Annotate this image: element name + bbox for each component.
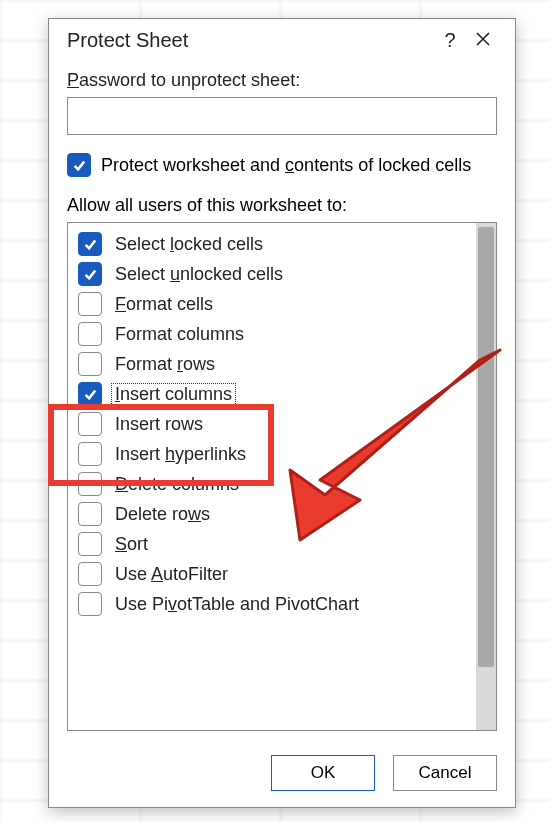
permission-label: Insert columns bbox=[112, 384, 235, 405]
permission-label-pre: Insert bbox=[115, 444, 165, 464]
permission-label-accel: h bbox=[165, 444, 175, 464]
dialog-button-row: OK Cancel bbox=[49, 741, 515, 807]
scrollbar-thumb[interactable] bbox=[478, 227, 494, 667]
permission-label-post: nsert columns bbox=[120, 384, 232, 404]
permission-row[interactable]: Insert rows bbox=[76, 409, 470, 439]
permission-row[interactable]: Format cells bbox=[76, 289, 470, 319]
permission-checkbox[interactable] bbox=[78, 382, 102, 406]
password-label-post: assword to unprotect sheet: bbox=[79, 70, 300, 90]
checkmark-icon bbox=[72, 158, 86, 172]
permissions-scrollbar[interactable] bbox=[476, 223, 496, 730]
permission-label-post: elete columns bbox=[128, 474, 239, 494]
permission-label-post: ocked cells bbox=[174, 234, 263, 254]
permission-label-post: yperlinks bbox=[175, 444, 246, 464]
checkmark-icon bbox=[83, 267, 97, 281]
permission-checkbox[interactable] bbox=[78, 562, 102, 586]
permission-row[interactable]: Use PivotTable and PivotChart bbox=[76, 589, 470, 619]
permission-label-pre: Delete ro bbox=[115, 504, 188, 524]
permission-row[interactable]: Select locked cells bbox=[76, 229, 470, 259]
permission-label-pre: Use bbox=[115, 564, 151, 584]
permission-row[interactable]: Insert hyperlinks bbox=[76, 439, 470, 469]
permission-label: Use PivotTable and PivotChart bbox=[112, 594, 362, 615]
permission-checkbox[interactable] bbox=[78, 352, 102, 376]
permission-label: Format columns bbox=[112, 324, 247, 345]
permission-checkbox[interactable] bbox=[78, 592, 102, 616]
permission-row[interactable]: Delete columns bbox=[76, 469, 470, 499]
permission-checkbox[interactable] bbox=[78, 442, 102, 466]
permission-label-pre: Format bbox=[115, 354, 177, 374]
permission-row[interactable]: Format columns bbox=[76, 319, 470, 349]
permission-checkbox[interactable] bbox=[78, 532, 102, 556]
permission-row[interactable]: Delete rows bbox=[76, 499, 470, 529]
permission-row[interactable]: Insert columns bbox=[76, 379, 470, 409]
permission-label-pre: Insert rows bbox=[115, 414, 203, 434]
protect-contents-checkbox[interactable] bbox=[67, 153, 91, 177]
permission-label-accel: A bbox=[151, 564, 163, 584]
permission-label-pre: Select bbox=[115, 234, 170, 254]
dialog-body: Password to unprotect sheet: Protect wor… bbox=[49, 58, 515, 741]
password-label: Password to unprotect sheet: bbox=[67, 70, 497, 91]
permission-label-accel: D bbox=[115, 474, 128, 494]
permission-label-accel: F bbox=[115, 294, 126, 314]
permission-label: Use AutoFilter bbox=[112, 564, 231, 585]
permission-label-post: ows bbox=[183, 354, 215, 374]
permission-row[interactable]: Select unlocked cells bbox=[76, 259, 470, 289]
permission-checkbox[interactable] bbox=[78, 472, 102, 496]
permission-label-post: ort bbox=[127, 534, 148, 554]
close-button[interactable] bbox=[465, 29, 501, 52]
permission-label-post: otTable and PivotChart bbox=[177, 594, 359, 614]
permission-label-post: s bbox=[201, 504, 210, 524]
permission-label: Delete rows bbox=[112, 504, 213, 525]
permission-label: Format rows bbox=[112, 354, 218, 375]
protect-label-accel: c bbox=[285, 155, 294, 175]
allow-users-label: Allow all users of this worksheet to: bbox=[67, 195, 497, 216]
protect-contents-row: Protect worksheet and contents of locked… bbox=[67, 153, 497, 177]
permission-label-accel: v bbox=[168, 594, 177, 614]
permission-row[interactable]: Use AutoFilter bbox=[76, 559, 470, 589]
permission-row[interactable]: Sort bbox=[76, 529, 470, 559]
password-label-accel: P bbox=[67, 70, 79, 90]
permission-label: Format cells bbox=[112, 294, 216, 315]
permission-label: Insert hyperlinks bbox=[112, 444, 249, 465]
permission-label: Insert rows bbox=[112, 414, 206, 435]
permission-label-pre: Select bbox=[115, 264, 170, 284]
permissions-list[interactable]: Select locked cellsSelect unlocked cells… bbox=[68, 223, 476, 730]
permission-label: Sort bbox=[112, 534, 151, 555]
help-button[interactable]: ? bbox=[435, 29, 465, 52]
close-icon bbox=[475, 31, 491, 47]
protect-contents-label: Protect worksheet and contents of locked… bbox=[101, 155, 471, 176]
protect-label-post: ontents of locked cells bbox=[294, 155, 471, 175]
permission-checkbox[interactable] bbox=[78, 502, 102, 526]
permission-label-pre: Use Pi bbox=[115, 594, 168, 614]
checkmark-icon bbox=[83, 387, 97, 401]
permission-checkbox[interactable] bbox=[78, 292, 102, 316]
permission-label: Select unlocked cells bbox=[112, 264, 286, 285]
permission-label-post: utoFilter bbox=[163, 564, 228, 584]
protect-label-pre: Protect worksheet and bbox=[101, 155, 285, 175]
permission-label-pre: Format columns bbox=[115, 324, 244, 344]
password-input[interactable] bbox=[67, 97, 497, 135]
permission-label-accel: S bbox=[115, 534, 127, 554]
checkmark-icon bbox=[83, 237, 97, 251]
cancel-button[interactable]: Cancel bbox=[393, 755, 497, 791]
permission-label-post: nlocked cells bbox=[180, 264, 283, 284]
permission-label-accel: u bbox=[170, 264, 180, 284]
permission-row[interactable]: Format rows bbox=[76, 349, 470, 379]
dialog-title: Protect Sheet bbox=[67, 29, 435, 52]
dialog-titlebar: Protect Sheet ? bbox=[49, 19, 515, 58]
permission-checkbox[interactable] bbox=[78, 262, 102, 286]
ok-button[interactable]: OK bbox=[271, 755, 375, 791]
permission-label: Delete columns bbox=[112, 474, 242, 495]
permission-checkbox[interactable] bbox=[78, 232, 102, 256]
protect-sheet-dialog: Protect Sheet ? Password to unprotect sh… bbox=[48, 18, 516, 808]
permission-checkbox[interactable] bbox=[78, 322, 102, 346]
permission-checkbox[interactable] bbox=[78, 412, 102, 436]
permission-label-post: ormat cells bbox=[126, 294, 213, 314]
permission-label: Select locked cells bbox=[112, 234, 266, 255]
permission-label-accel: w bbox=[188, 504, 201, 524]
permissions-list-frame: Select locked cellsSelect unlocked cells… bbox=[67, 222, 497, 731]
